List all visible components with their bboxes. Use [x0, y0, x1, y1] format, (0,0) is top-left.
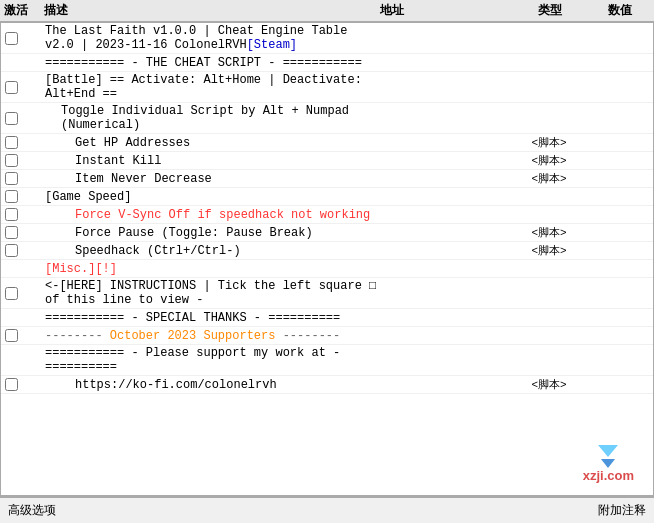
- type-cell: <脚本>: [509, 153, 589, 168]
- desc-cell: [Game Speed]: [45, 190, 379, 204]
- header-addr: 地址: [380, 2, 510, 19]
- table-row: =========== - Please support my work at …: [1, 345, 653, 376]
- table-row: https://ko-fi.com/colonelrvh<脚本>: [1, 376, 653, 394]
- type-cell: <脚本>: [509, 377, 589, 392]
- desc-cell: The Last Faith v1.0.0 | Cheat Engine Tab…: [45, 24, 379, 52]
- checkbox-cell: [5, 378, 45, 391]
- desc-cell: Item Never Decrease: [45, 172, 379, 186]
- desc-cell: Toggle Individual Script by Alt + Numpad…: [45, 104, 379, 132]
- desc-cell: =========== - SPECIAL THANKS - =========…: [45, 311, 379, 325]
- checkbox-cell: [5, 190, 45, 203]
- desc-cell: -------- October 2023 Supporters -------…: [45, 329, 379, 343]
- logo-arrows: [598, 445, 618, 468]
- row-checkbox[interactable]: [5, 190, 18, 203]
- checkbox-cell: [5, 172, 45, 185]
- desc-cell: Speedhack (Ctrl+/Ctrl-): [45, 244, 379, 258]
- checkbox-cell: [5, 112, 45, 125]
- checkbox-cell: [5, 244, 45, 257]
- header-value: 数值: [590, 2, 650, 19]
- table-row: Instant Kill<脚本>: [1, 152, 653, 170]
- table-row: [Game Speed]: [1, 188, 653, 206]
- checkbox-cell: [5, 329, 45, 342]
- row-checkbox[interactable]: [5, 112, 18, 125]
- desc-cell: Force Pause (Toggle: Pause Break): [45, 226, 379, 240]
- type-cell: <脚本>: [509, 135, 589, 150]
- row-checkbox[interactable]: [5, 81, 18, 94]
- watermark-logo: xzji.com: [583, 445, 634, 483]
- table-row: The Last Faith v1.0.0 | Cheat Engine Tab…: [1, 23, 653, 54]
- table-row: Item Never Decrease<脚本>: [1, 170, 653, 188]
- checkbox-cell: [5, 81, 45, 94]
- table-row: -------- October 2023 Supporters -------…: [1, 327, 653, 345]
- type-cell: <脚本>: [509, 243, 589, 258]
- table-body: The Last Faith v1.0.0 | Cheat Engine Tab…: [0, 22, 654, 496]
- row-checkbox[interactable]: [5, 329, 18, 342]
- desc-cell: =========== - THE CHEAT SCRIPT - =======…: [45, 56, 379, 70]
- bottom-bar: 高级选项 附加注释: [0, 496, 654, 523]
- desc-cell: [Misc.][!]: [45, 262, 379, 276]
- watermark-text: xzji.com: [583, 468, 634, 483]
- desc-cell: <-[HERE] INSTRUCTIONS | Tick the left sq…: [45, 279, 379, 307]
- checkbox-cell: [5, 32, 45, 45]
- desc-cell: [Battle] == Activate: Alt+Home | Deactiv…: [45, 73, 379, 101]
- header-active: 激活: [4, 2, 44, 19]
- main-container: 激活 描述 地址 类型 数值 The Last Faith v1.0.0 | C…: [0, 0, 654, 523]
- type-cell: <脚本>: [509, 171, 589, 186]
- row-checkbox[interactable]: [5, 32, 18, 45]
- row-checkbox[interactable]: [5, 136, 18, 149]
- table-row: =========== - THE CHEAT SCRIPT - =======…: [1, 54, 653, 72]
- header-desc: 描述: [44, 2, 380, 19]
- row-checkbox[interactable]: [5, 172, 18, 185]
- row-checkbox[interactable]: [5, 244, 18, 257]
- watermark: xzji.com: [583, 445, 634, 483]
- desc-cell: Force V-Sync Off if speedhack not workin…: [45, 208, 379, 222]
- add-notes-label[interactable]: 附加注释: [598, 502, 646, 519]
- table-row: Toggle Individual Script by Alt + Numpad…: [1, 103, 653, 134]
- type-cell: <脚本>: [509, 225, 589, 240]
- header-type: 类型: [510, 2, 590, 19]
- table-header: 激活 描述 地址 类型 数值: [0, 0, 654, 22]
- row-checkbox[interactable]: [5, 208, 18, 221]
- row-checkbox[interactable]: [5, 287, 18, 300]
- row-checkbox[interactable]: [5, 154, 18, 167]
- table-row: Get HP Addresses<脚本>: [1, 134, 653, 152]
- advanced-options-label[interactable]: 高级选项: [8, 502, 56, 519]
- checkbox-cell: [5, 226, 45, 239]
- table-row: =========== - SPECIAL THANKS - =========…: [1, 309, 653, 327]
- desc-cell: =========== - Please support my work at …: [45, 346, 379, 374]
- table-row: Force Pause (Toggle: Pause Break)<脚本>: [1, 224, 653, 242]
- desc-cell: Get HP Addresses: [45, 136, 379, 150]
- checkbox-cell: [5, 287, 45, 300]
- checkbox-cell: [5, 136, 45, 149]
- table-row: <-[HERE] INSTRUCTIONS | Tick the left sq…: [1, 278, 653, 309]
- row-checkbox[interactable]: [5, 226, 18, 239]
- row-checkbox[interactable]: [5, 378, 18, 391]
- table-row: [Battle] == Activate: Alt+Home | Deactiv…: [1, 72, 653, 103]
- table-row: [Misc.][!]: [1, 260, 653, 278]
- desc-cell: https://ko-fi.com/colonelrvh: [45, 378, 379, 392]
- checkbox-cell: [5, 154, 45, 167]
- table-row: Force V-Sync Off if speedhack not workin…: [1, 206, 653, 224]
- table-row: Speedhack (Ctrl+/Ctrl-)<脚本>: [1, 242, 653, 260]
- checkbox-cell: [5, 208, 45, 221]
- desc-cell: Instant Kill: [45, 154, 379, 168]
